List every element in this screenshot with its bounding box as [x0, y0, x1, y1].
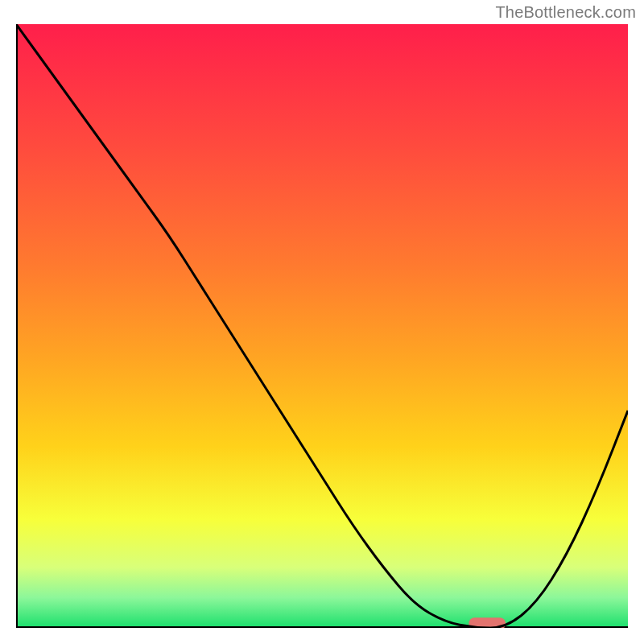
bottleneck-curve-chart: [16, 24, 628, 628]
gradient-background: [16, 24, 628, 628]
watermark-text: TheBottleneck.com: [495, 3, 636, 22]
chart-container: [16, 24, 628, 628]
